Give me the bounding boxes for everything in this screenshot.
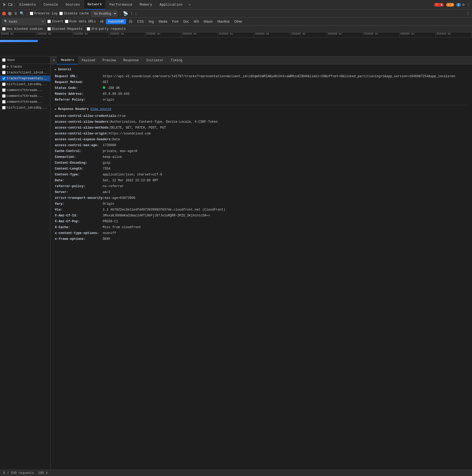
wifi-icon[interactable]: 📡 — [123, 11, 128, 16]
response-header-value: private, max-age=0 — [103, 149, 137, 154]
invert-input[interactable] — [47, 20, 51, 23]
close-detail-button[interactable]: × — [53, 58, 55, 63]
detail-tab-payload[interactable]: Payload — [78, 56, 99, 64]
filter-type-other[interactable]: Other — [232, 19, 245, 24]
general-section-header[interactable]: ▶ General — [55, 68, 468, 71]
response-headers-label: Response Headers — [58, 107, 89, 111]
row-checkbox[interactable] — [2, 71, 6, 74]
response-header-row: Via: 1.1 4b7022ec3e11edfdd972039992f837d… — [55, 207, 468, 213]
tab-elements[interactable]: Elements — [16, 0, 39, 10]
detail-tab-response[interactable]: Response — [120, 56, 143, 64]
row-checkbox[interactable] — [2, 83, 6, 86]
filter-type-js[interactable]: JS — [126, 19, 135, 24]
filter-type-media[interactable]: Media — [156, 19, 170, 24]
more-network-icon[interactable]: ⋮ — [466, 11, 470, 16]
referrer-policy-label: Referrer Policy: — [55, 97, 103, 102]
view-source-link[interactable]: View source — [90, 107, 111, 111]
status-code-value: 200 OK — [103, 86, 120, 91]
record-button[interactable] — [2, 12, 6, 15]
more-options-icon[interactable]: ⋮ — [466, 2, 470, 7]
response-header-row: X-Amz-Cf-Pop: PRG50-C1 — [55, 219, 468, 224]
responsive-icon[interactable] — [8, 2, 13, 7]
response-headers-section-header[interactable]: ▶ Response Headers View source — [55, 107, 468, 111]
tab-application[interactable]: Application — [156, 0, 186, 10]
row-checkbox[interactable] — [2, 65, 6, 68]
row-checkbox[interactable] — [2, 94, 6, 98]
filter-type-all[interactable]: All — [97, 19, 106, 24]
filter-type-font[interactable]: Font — [170, 19, 181, 24]
referrer-policy-value: origin — [103, 97, 114, 102]
filter-type-wasm[interactable]: Wasm — [201, 19, 215, 24]
third-party-filter[interactable]: 3rd-party requests — [87, 27, 126, 31]
network-row[interactable]: comments?threade... — [0, 87, 50, 93]
tab-network[interactable]: Network — [84, 0, 105, 10]
network-row[interactable]: tracks?client_id=zd... — [0, 70, 50, 76]
clear-search-icon[interactable]: × — [42, 19, 44, 24]
hide-data-urls-input[interactable] — [65, 20, 68, 23]
response-header-value: max-age=63072000 — [105, 196, 135, 200]
filter-type-img[interactable]: Img — [146, 19, 156, 24]
response-header-value: Sat, 12 Mar 2022 22:22:09 GMT — [103, 178, 158, 183]
clear-button[interactable] — [8, 12, 12, 15]
more-tabs-button[interactable]: » — [187, 3, 193, 7]
divider-3 — [120, 11, 120, 16]
blocked-requests-input[interactable] — [47, 27, 51, 31]
select-all-checkbox[interactable] — [2, 58, 6, 62]
filter-icon[interactable]: ⏸ — [14, 11, 18, 16]
tab-console[interactable]: Console — [40, 0, 61, 10]
throttle-select[interactable]: No throttling Fast 3G Slow 3G Offline — [91, 11, 117, 17]
invert-checkbox[interactable]: Invert — [47, 20, 63, 23]
import-icon[interactable]: ↑ — [130, 11, 133, 16]
search-input[interactable] — [9, 20, 41, 23]
row-checkbox[interactable] — [2, 77, 6, 80]
disable-cache-checkbox[interactable]: Disable cache — [59, 12, 89, 15]
filter-type-doc[interactable]: Doc — [181, 19, 191, 24]
filter-type-ws[interactable]: WS — [191, 19, 201, 24]
filter-type-manifest[interactable]: Manifest — [215, 19, 232, 24]
response-header-row: Content-Type: application/json; charset=… — [55, 172, 468, 178]
detail-tab-preview[interactable]: Preview — [99, 56, 119, 64]
third-party-input[interactable] — [87, 27, 90, 31]
row-checkbox[interactable] — [2, 100, 6, 104]
preserve-log-input[interactable] — [30, 12, 33, 15]
blocked-requests-filter[interactable]: Blocked Requests — [47, 27, 82, 31]
detail-tab-headers[interactable]: Headers — [57, 56, 78, 64]
disable-cache-input[interactable] — [59, 12, 63, 15]
name-column-header: Name — [0, 56, 50, 64]
row-checkbox[interactable] — [2, 106, 6, 109]
search-icon[interactable]: 🔍 — [20, 11, 24, 16]
row-name: comments?threade... — [7, 100, 48, 104]
blocked-cookies-filter[interactable]: Has blocked cookies — [2, 27, 43, 31]
blocked-cookies-input[interactable] — [2, 27, 6, 31]
settings-icon[interactable]: ⚙ — [462, 2, 465, 7]
remote-address-label: Remote Address: — [55, 92, 103, 96]
filter-type-css[interactable]: CSS — [135, 19, 146, 24]
cursor-icon[interactable] — [2, 2, 7, 7]
tab-performance[interactable]: Performance — [106, 0, 135, 10]
timeline-ruler: 50000 ms100000 ms150000 ms200000 ms25000… — [0, 32, 472, 38]
response-header-value: application/json; charset=utf-8 — [103, 172, 162, 177]
network-row[interactable]: tracks?representati... — [0, 76, 50, 81]
section-divider-1 — [55, 105, 468, 105]
preserve-log-checkbox[interactable]: Preserve log — [30, 12, 57, 15]
response-header-value: Date — [112, 137, 120, 142]
network-row[interactable]: ⊗ tracks — [0, 64, 50, 70]
tab-memory[interactable]: Memory — [136, 0, 155, 10]
response-header-key: access-control-max-age: — [55, 143, 103, 148]
secondary-filter: Has blocked cookies Blocked Requests 3rd… — [0, 26, 472, 32]
filter-type-fetch-xhr[interactable]: Fetch/XHR — [106, 19, 126, 24]
divider-1 — [14, 2, 15, 7]
detail-tab-timing[interactable]: Timing — [167, 56, 186, 64]
detail-tab-initiator[interactable]: Initiator — [142, 56, 167, 64]
hide-data-urls-checkbox[interactable]: Hide data URLs — [65, 20, 96, 23]
network-row[interactable]: hls?client_id=zdUq... — [0, 81, 50, 87]
network-row[interactable]: comments?threade... — [0, 93, 50, 99]
tab-sources[interactable]: Sources — [62, 0, 83, 10]
network-row[interactable]: hls?client_id=zdUq... — [0, 105, 50, 111]
response-header-key: strict-transport-security: — [55, 196, 105, 200]
export-icon[interactable]: ↓ — [135, 11, 137, 16]
ruler-mark: 300000 ms — [181, 32, 218, 38]
network-row[interactable]: comments?threade... — [0, 99, 50, 105]
row-checkbox[interactable] — [2, 88, 6, 92]
filter-toolbar: 🔍 × Invert Hide data URLs AllFetch/XHRJS… — [0, 18, 472, 26]
